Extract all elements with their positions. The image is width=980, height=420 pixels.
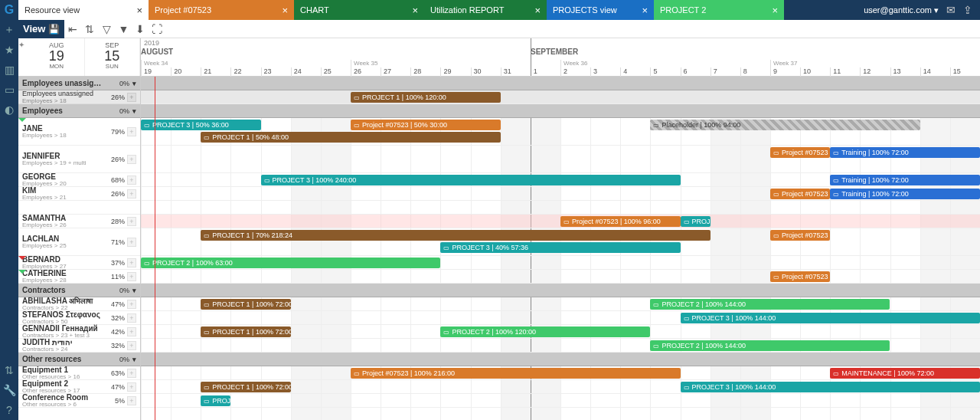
filter1-icon[interactable]: ▽ bbox=[98, 20, 115, 38]
view-button[interactable]: View 💾 bbox=[18, 20, 64, 38]
row-4[interactable]: JENNIFEREmployees > 19 + multi26%+ bbox=[18, 146, 140, 173]
task-bar[interactable]: ▭PROJECT 2 | 100% 120:00 bbox=[440, 326, 650, 337]
row-15[interactable]: GENNADII ГеннадийContractors > 23 + test… bbox=[18, 325, 140, 339]
user-label[interactable]: user@ganttic.com ▾ bbox=[864, 5, 939, 15]
tab-0[interactable]: Resource view× bbox=[18, 0, 149, 20]
task-bar[interactable]: ▭Training | 100% 72:00 bbox=[830, 147, 980, 158]
share-icon[interactable]: ⇪ bbox=[963, 4, 972, 16]
task-bar[interactable]: ▭Project #07523 | 50% 30:00 bbox=[351, 120, 501, 130]
filter2-icon[interactable]: ▼ bbox=[115, 20, 132, 38]
star-icon[interactable]: ★ bbox=[0, 40, 18, 60]
indent-icon[interactable]: ⇤ bbox=[64, 20, 81, 38]
usb-icon[interactable]: ⇅ bbox=[0, 360, 18, 380]
task-bar[interactable]: ▭PROJECT 3 | 100% 144:00 bbox=[681, 313, 980, 323]
task-bar[interactable]: ▭MAINTENANCE | 100% 72:00 bbox=[830, 368, 980, 379]
chevron-down-icon[interactable]: ▾ bbox=[132, 80, 136, 87]
add-task-button[interactable]: + bbox=[127, 313, 136, 323]
fullscreen-icon[interactable]: ⛶ bbox=[149, 20, 165, 38]
row-19[interactable]: Equipment 2Other resources > 1747%+ bbox=[18, 380, 140, 394]
row-8[interactable]: SAMANTHAEmployees > 2628%+ bbox=[18, 215, 140, 228]
chevron-down-icon[interactable]: ▾ bbox=[132, 107, 136, 115]
task-bar[interactable]: ▭Placeholder | 100% 94:00 bbox=[650, 120, 920, 130]
row-12[interactable]: Contractors0%▾ bbox=[18, 284, 140, 297]
add-task-button[interactable]: + bbox=[127, 258, 136, 267]
row-6[interactable]: KIMEmployees > 2126%+ bbox=[18, 187, 140, 201]
row-18[interactable]: Equipment 1Other resources > 1663%+ bbox=[18, 366, 140, 380]
tab-2[interactable]: CHART× bbox=[294, 0, 424, 20]
add-task-button[interactable]: + bbox=[127, 93, 136, 102]
add-task-button[interactable]: + bbox=[127, 382, 136, 392]
row-13[interactable]: ABHILASHA अभिलाषाContractors > 2247%+ bbox=[18, 297, 140, 311]
task-bar[interactable]: ▭PROJECT 3 | 50% 36:00 bbox=[141, 120, 261, 130]
task-bar[interactable]: ▭PROJECT 3 | 100% 144:00 bbox=[681, 382, 980, 392]
close-icon[interactable]: × bbox=[772, 5, 778, 16]
add-task-button[interactable]: + bbox=[127, 369, 136, 378]
timeline-body[interactable]: ▭PROJECT 1 | 100% 120:00▭PROJECT 3 | 50%… bbox=[141, 77, 980, 420]
task-bar[interactable]: ▭Project #07523 |… bbox=[770, 230, 830, 241]
task-bar[interactable]: ▭Project #07523 | 100% 216:00 bbox=[351, 368, 681, 379]
task-bar[interactable]: ▭Project #07523 |… bbox=[770, 271, 830, 282]
add-task-button[interactable]: + bbox=[127, 127, 136, 136]
add-task-button[interactable]: + bbox=[127, 155, 136, 164]
task-bar[interactable]: ▭Training | 100% 72:00 bbox=[830, 189, 980, 199]
row-17[interactable]: Other resources0%▾ bbox=[18, 353, 140, 366]
row-11[interactable]: CATHERINEEmployees > 2811%+ bbox=[18, 270, 140, 284]
add-task-button[interactable]: + bbox=[127, 341, 136, 350]
chart-icon[interactable]: ▥ bbox=[0, 60, 18, 80]
add-icon[interactable]: ＋ bbox=[0, 20, 18, 40]
task-bar[interactable]: ▭PROJECT 2 | 100% 144:00 bbox=[650, 299, 890, 310]
row-16[interactable]: JUDITH יהודיתContractors > 2432%+ bbox=[18, 339, 140, 353]
task-bar[interactable]: ▭Project #07523 |… bbox=[770, 189, 830, 199]
end-date[interactable]: SEP 15 SUN bbox=[85, 38, 141, 76]
close-icon[interactable]: × bbox=[412, 5, 418, 16]
row-2[interactable]: Employees0%▾ bbox=[18, 104, 140, 118]
add-task-button[interactable]: + bbox=[127, 272, 136, 281]
task-bar[interactable]: ▭PROJECT 1 | 100% 72:00 bbox=[201, 326, 290, 337]
export-icon[interactable]: ⬇ bbox=[132, 20, 149, 38]
chevron-down-icon[interactable]: ▾ bbox=[132, 287, 136, 294]
task-bar[interactable]: ▭PROJECT 3 | 40% 57:36 bbox=[440, 242, 680, 253]
task-bar[interactable]: ▭Project #07523 | 100% 96:00 bbox=[560, 216, 681, 227]
close-icon[interactable]: × bbox=[534, 5, 541, 16]
add-task-button[interactable]: + bbox=[127, 396, 136, 405]
task-bar[interactable]: ▭PROJECT 2 | 100% 63:00 bbox=[141, 258, 440, 268]
row-10[interactable]: BERNARDEmployees > 2737%+ bbox=[18, 256, 140, 270]
calendar-icon[interactable]: ▭ bbox=[0, 80, 18, 100]
task-bar[interactable]: ▭PROJECT 1 | 100% 72:00 bbox=[201, 382, 290, 392]
row-14[interactable]: STEFANOS ΣτεφανοςContractors > 5032%+ bbox=[18, 311, 140, 325]
task-bar[interactable]: ▭PROJECT 1 | 100% 72:00 bbox=[201, 299, 290, 310]
inbox-icon[interactable]: ✉ bbox=[946, 4, 956, 16]
task-bar[interactable]: ▭PROJECT 1 | 100% 120:00 bbox=[351, 92, 501, 103]
task-bar[interactable]: ▭PROJ… bbox=[201, 395, 230, 406]
task-bar[interactable]: ▭Project #07523 |… bbox=[770, 147, 830, 158]
task-bar[interactable]: ▭PROJECT 2 | 100% 144:00 bbox=[650, 340, 890, 351]
tab-5[interactable]: PROJECT 2× bbox=[654, 0, 784, 20]
row-0[interactable]: Employees unassig…0%▾ bbox=[18, 77, 140, 90]
task-bar[interactable]: ▭PROJ… bbox=[681, 216, 710, 227]
settings-icon[interactable]: 🔧 bbox=[0, 380, 18, 400]
add-task-button[interactable]: + bbox=[127, 176, 136, 185]
task-bar[interactable]: ▭Training | 100% 72:00 bbox=[830, 175, 980, 185]
row-20[interactable]: Conference RoomOther resources > 65%+ bbox=[18, 394, 140, 408]
row-5[interactable]: GEORGEEmployees > 2068%+ bbox=[18, 173, 140, 187]
close-icon[interactable]: × bbox=[642, 5, 648, 16]
add-task-button[interactable]: + bbox=[127, 217, 136, 226]
add-task-button[interactable]: + bbox=[127, 327, 136, 336]
task-bar[interactable]: ▭PROJECT 3 | 100% 240:00 bbox=[261, 175, 681, 185]
drop-icon[interactable]: ◐ bbox=[0, 100, 18, 120]
chevron-down-icon[interactable]: ▾ bbox=[132, 356, 136, 363]
row-9[interactable]: LACHLANEmployees > 2571%+ bbox=[18, 228, 140, 256]
tab-4[interactable]: PROJECTS view× bbox=[547, 0, 654, 20]
tab-1[interactable]: Project #07523× bbox=[149, 0, 294, 20]
close-icon[interactable]: × bbox=[136, 5, 142, 16]
task-bar[interactable]: ▭PROJECT 1 | 50% 48:00 bbox=[201, 132, 500, 143]
start-date[interactable]: AUG 19 MON bbox=[29, 38, 85, 76]
help-icon[interactable]: ? bbox=[0, 400, 18, 420]
close-icon[interactable]: × bbox=[282, 5, 288, 16]
add-task-button[interactable]: + bbox=[127, 189, 136, 199]
range-settings-icon[interactable]: ✦ bbox=[18, 38, 29, 76]
add-task-button[interactable]: + bbox=[127, 300, 136, 309]
add-task-button[interactable]: + bbox=[127, 238, 136, 247]
sort-icon[interactable]: ⇅ bbox=[81, 20, 98, 38]
task-bar[interactable]: ▭PROJECT 1 | 70% 218:24 bbox=[201, 230, 710, 241]
